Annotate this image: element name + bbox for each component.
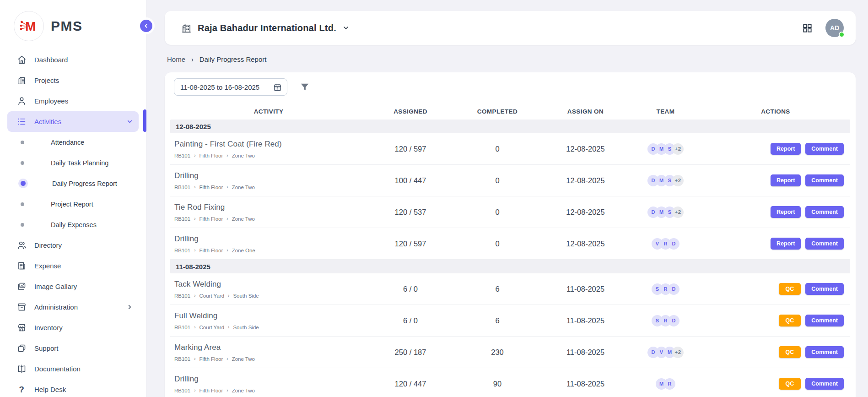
comment-button[interactable]: Comment	[805, 315, 844, 326]
qc-button[interactable]: QC	[779, 283, 801, 295]
sidebar-item-label: Inventory	[34, 324, 63, 332]
date-range-input[interactable]: 11-08-2025 to 16-08-2025	[174, 78, 287, 96]
completed-cell: 90	[454, 380, 541, 388]
team-cell: SRD	[630, 315, 701, 326]
report-button[interactable]: Report	[771, 238, 801, 250]
qc-button[interactable]: QC	[779, 315, 801, 326]
sidebar-item-expense[interactable]: Expense	[7, 256, 139, 276]
funnel-icon	[300, 82, 310, 92]
sidebar-collapse-button[interactable]	[140, 20, 152, 32]
activity-title: Drilling	[174, 171, 363, 180]
completed-cell: 0	[454, 239, 541, 248]
team-overflow-badge[interactable]: +2	[672, 207, 684, 218]
comment-button[interactable]: Comment	[805, 143, 844, 155]
path-segment: Fifth Floor	[199, 356, 223, 362]
comment-button[interactable]: Comment	[805, 206, 844, 218]
activity-cell: Marking AreaRB101›Fifth Floor›Zone Two	[170, 343, 367, 362]
sidebar-item-support[interactable]: Support	[7, 338, 139, 359]
sidebar-item-image-gallary[interactable]: Image Gallary	[7, 276, 139, 297]
sidebar-subitem-daily-expenses[interactable]: Daily Expenses	[0, 214, 146, 235]
home-icon	[16, 55, 27, 65]
sidebar-item-inventory[interactable]: Inventory	[7, 317, 139, 338]
breadcrumb-home[interactable]: Home	[167, 55, 185, 63]
archive-box-icon	[16, 302, 27, 312]
chevron-right-icon: ›	[194, 325, 195, 330]
path-segment: Fifth Floor	[199, 216, 223, 222]
filter-button[interactable]	[300, 82, 310, 92]
date-group-header: 11-08-2025	[170, 260, 850, 273]
sidebar-subitem-daily-progress-report[interactable]: Daily Progress Report	[0, 173, 146, 194]
chevron-right-icon: ›	[194, 248, 195, 253]
sidebar-item-help-desk[interactable]: ?Help Desk	[7, 379, 139, 397]
sidebar-subitem-attendance[interactable]: Attendance	[0, 132, 146, 152]
qc-button[interactable]: QC	[779, 346, 801, 358]
activity-title: Marking Area	[174, 343, 363, 352]
actions-cell: ReportComment	[701, 238, 850, 250]
comment-button[interactable]: Comment	[805, 174, 844, 186]
sidebar-item-employees[interactable]: Employees	[7, 91, 139, 111]
assign-on-cell: 11-08-2025	[541, 348, 630, 357]
path-segment: South Side	[233, 293, 259, 299]
path-segment: Fifth Floor	[199, 388, 223, 393]
sidebar-item-activities[interactable]: Activities	[7, 111, 139, 132]
building-icon	[181, 23, 192, 33]
table-body: 12-08-2025Painting - First Coat (Fire Re…	[170, 120, 850, 397]
grid-icon	[802, 23, 813, 33]
app-logo[interactable]: M PMS	[0, 0, 146, 49]
comment-button[interactable]: Comment	[805, 346, 844, 358]
path-segment: Court Yard	[199, 325, 225, 330]
assigned-cell: 250 / 187	[367, 348, 454, 357]
team-member-avatar[interactable]: D	[668, 315, 679, 326]
sidebar-item-projects[interactable]: Projects	[7, 70, 139, 91]
location-path: RB101›Court Yard›South Side	[174, 325, 363, 330]
team-cell: DMS+2	[630, 207, 701, 218]
active-bullet-icon	[21, 181, 26, 186]
path-segment: Zone Two	[232, 185, 255, 190]
avatar-initials: AD	[830, 24, 839, 32]
path-segment: RB101	[174, 325, 190, 330]
path-segment: RB101	[174, 293, 190, 299]
report-button[interactable]: Report	[771, 143, 801, 155]
team-member-avatar[interactable]: D	[668, 283, 679, 295]
column-header-team: TEAM	[630, 108, 701, 115]
assigned-cell: 120 / 597	[367, 239, 454, 248]
qc-button[interactable]: QC	[779, 378, 801, 390]
team-member-avatar[interactable]: D	[668, 238, 679, 250]
m-network-logo-icon: M	[14, 11, 44, 41]
team-overflow-badge[interactable]: +2	[672, 143, 684, 155]
sidebar: M PMS DashboardProjectsEmployeesActiviti…	[0, 0, 146, 397]
workspace-selector[interactable]: Raja Bahadur International Ltd.	[181, 23, 350, 33]
team-member-avatar[interactable]: R	[664, 378, 675, 390]
sidebar-item-directory[interactable]: Directory	[7, 235, 139, 256]
comment-button[interactable]: Comment	[805, 378, 844, 390]
assign-on-cell: 11-08-2025	[541, 316, 630, 325]
user-avatar[interactable]: AD	[825, 19, 844, 37]
sidebar-subitem-project-report[interactable]: Project Report	[0, 194, 146, 214]
table-row: DrillingRB101›Fifth Floor›Zone One120 / …	[170, 228, 850, 260]
column-header-actions: ACTIONS	[701, 108, 850, 115]
activity-title: Full Welding	[174, 311, 363, 321]
team-overflow-badge[interactable]: +2	[672, 347, 684, 358]
path-segment: RB101	[174, 388, 190, 393]
apps-grid-button[interactable]	[802, 23, 813, 33]
comment-button[interactable]: Comment	[805, 238, 844, 250]
comment-button[interactable]: Comment	[805, 283, 844, 295]
chevron-down-icon	[342, 24, 350, 32]
sidebar-subitem-daily-task-planning[interactable]: Daily Task Planning	[0, 152, 146, 173]
chevron-right-icon: ›	[226, 153, 228, 158]
location-path: RB101›Fifth Floor›Zone Two	[174, 356, 363, 362]
sidebar-item-documentation[interactable]: Documentation	[7, 359, 139, 379]
report-button[interactable]: Report	[771, 206, 801, 218]
location-path: RB101›Fifth Floor›Zone Two	[174, 185, 363, 190]
report-button[interactable]: Report	[771, 174, 801, 186]
completed-cell: 6	[454, 285, 541, 294]
assign-on-cell: 12-08-2025	[541, 176, 630, 185]
sidebar-subitem-label: Daily Progress Report	[52, 180, 117, 187]
actions-cell: QCComment	[701, 315, 850, 326]
sidebar-item-label: Activities	[34, 118, 61, 125]
date-group-label: 11-08-2025	[176, 263, 210, 271]
sidebar-item-administration[interactable]: Administration	[7, 297, 139, 317]
path-segment: Fifth Floor	[199, 153, 223, 158]
team-overflow-badge[interactable]: +2	[672, 175, 684, 186]
sidebar-item-dashboard[interactable]: Dashboard	[7, 49, 139, 70]
